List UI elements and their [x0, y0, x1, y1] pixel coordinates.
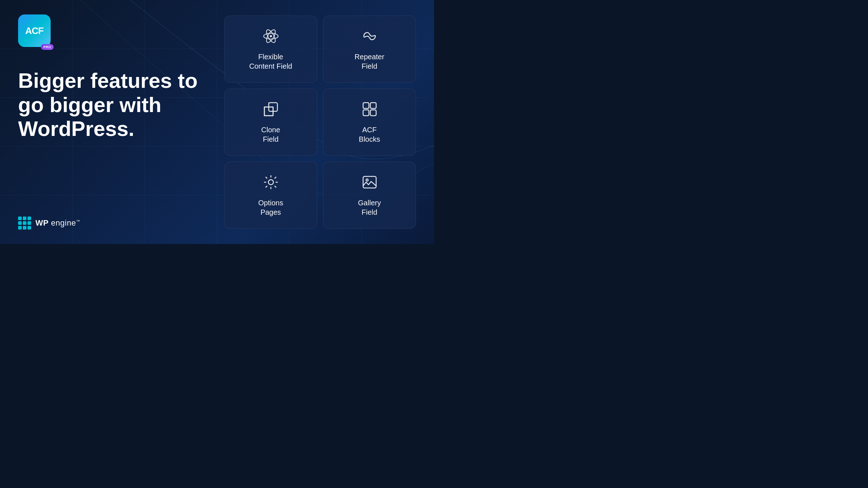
svg-rect-18	[363, 110, 369, 116]
feature-card-options-pages: OptionsPages	[224, 162, 317, 229]
acf-logo-box: ACF	[18, 14, 51, 47]
gallery-label: GalleryField	[358, 198, 381, 217]
repeater-label: RepeaterField	[354, 52, 384, 71]
clone-icon	[262, 100, 280, 119]
feature-card-flexible-content: FlexibleContent Field	[224, 16, 317, 83]
main-headline: Bigger features to go bigger with WordPr…	[18, 69, 199, 141]
infinity-icon	[361, 27, 378, 46]
svg-rect-21	[363, 176, 376, 188]
atom-icon	[262, 27, 280, 46]
gear-icon	[262, 174, 280, 192]
acf-logo-text: ACF	[25, 25, 43, 37]
feature-grid: FlexibleContent Field RepeaterField	[224, 16, 416, 229]
wpengine-logo: WP engine™	[18, 217, 199, 230]
wpengine-text: WP engine™	[35, 218, 80, 228]
svg-point-9	[270, 35, 272, 37]
feature-card-repeater: RepeaterField	[323, 16, 416, 83]
feature-card-gallery: GalleryField	[323, 162, 416, 229]
features-panel: FlexibleContent Field RepeaterField	[217, 0, 434, 244]
blocks-icon	[361, 100, 378, 119]
wpengine-grid-icon	[18, 217, 31, 230]
options-pages-label: OptionsPages	[258, 198, 283, 217]
svg-rect-16	[363, 103, 369, 108]
flexible-content-label: FlexibleContent Field	[249, 52, 292, 71]
clone-label: CloneField	[261, 125, 280, 144]
svg-rect-17	[370, 103, 376, 108]
svg-rect-19	[370, 110, 376, 116]
image-icon	[361, 174, 378, 192]
pro-badge: PRO	[41, 44, 54, 50]
svg-point-22	[366, 179, 368, 181]
feature-card-acf-blocks: ACFBlocks	[323, 89, 416, 156]
acf-blocks-label: ACFBlocks	[359, 125, 380, 144]
acf-logo-container: ACF PRO	[18, 14, 199, 47]
feature-card-clone: CloneField	[224, 89, 317, 156]
acf-logo: ACF PRO	[18, 14, 51, 47]
